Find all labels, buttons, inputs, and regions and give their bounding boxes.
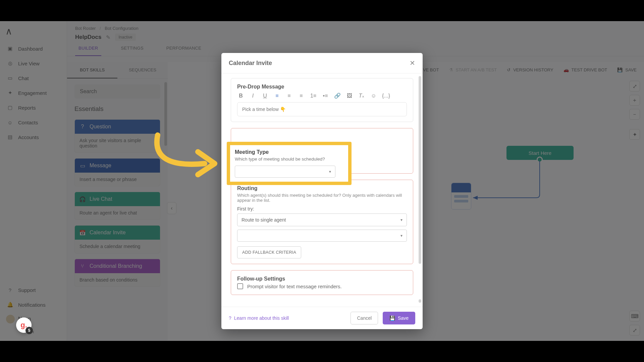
reminder-label: Prompt visitor for text message reminder… <box>247 284 342 289</box>
learn-more-link[interactable]: ?Learn more about this skill <box>229 315 289 321</box>
clear-icon[interactable]: Tₓ <box>358 93 365 99</box>
predrop-title: Pre-Drop Message <box>237 84 407 90</box>
variable-icon[interactable]: {...} <box>382 93 389 99</box>
chevron-down-icon: ▾ <box>329 169 331 174</box>
agent-select[interactable]: ▾ <box>237 230 407 242</box>
save-label: Save <box>398 315 409 321</box>
underline-icon[interactable]: U <box>261 93 269 99</box>
routing-sub: Which agent(s) should this meeting be sc… <box>237 193 407 203</box>
route-select[interactable]: Route to single agent▾ <box>237 214 407 226</box>
followup-title: Follow-up Settings <box>237 276 407 282</box>
chevron-down-icon: ▾ <box>400 218 402 222</box>
reminder-checkbox[interactable] <box>237 283 243 289</box>
routing-card: Routing Which agent(s) should this meeti… <box>231 180 413 264</box>
emoji-icon[interactable]: ☺ <box>370 93 377 99</box>
first-try-label: First try: <box>237 206 407 212</box>
modal-title: Calendar Invite <box>229 60 272 67</box>
chevron-down-icon: ▾ <box>400 233 402 238</box>
bold-icon[interactable]: B <box>237 93 245 99</box>
italic-icon[interactable]: I <box>249 93 257 99</box>
align-right-icon[interactable]: ≡ <box>298 93 305 99</box>
ul-icon[interactable]: •≡ <box>322 93 329 99</box>
routing-title: Routing <box>237 185 407 191</box>
link-icon[interactable]: 🔗 <box>334 93 341 99</box>
align-left-icon[interactable]: ≡ <box>273 93 281 99</box>
add-fallback-button[interactable]: ADD FALLBACK CRITERIA <box>237 246 301 258</box>
route-value: Route to single agent <box>241 217 286 223</box>
help-icon: ? <box>229 315 231 321</box>
guide-widget[interactable]: g. 5 <box>16 317 32 333</box>
meeting-type-sub: Which type of meeting should be schedule… <box>235 157 343 162</box>
guide-count: 5 <box>25 327 33 334</box>
cancel-button[interactable]: Cancel <box>351 312 378 324</box>
learn-label: Learn more about this skill <box>234 315 289 321</box>
meeting-type-highlight: Meeting Type Which type of meeting shoul… <box>227 142 352 185</box>
predrop-card: Pre-Drop Message B I U ≡ ≡ ≡ 1≡ •≡ 🔗 🖼 T… <box>231 78 413 122</box>
meeting-type-title: Meeting Type <box>235 149 343 155</box>
close-button[interactable]: ✕ <box>410 59 415 67</box>
editor-toolbar: B I U ≡ ≡ ≡ 1≡ •≡ 🔗 🖼 Tₓ ☺ {...} <box>237 93 407 99</box>
calendar-invite-modal: Calendar Invite ✕ Pre-Drop Message B I U… <box>221 53 423 329</box>
save-icon: 💾 <box>389 315 395 321</box>
predrop-editor[interactable]: Pick a time below 👇 <box>237 102 407 116</box>
image-icon[interactable]: 🖼 <box>346 93 353 99</box>
align-center-icon[interactable]: ≡ <box>285 93 293 99</box>
followup-card: Follow-up Settings Prompt visitor for te… <box>231 270 413 295</box>
modal-scrollbar[interactable] <box>419 76 421 264</box>
meeting-type-select[interactable]: ▾ <box>235 166 335 178</box>
save-button[interactable]: 💾Save <box>383 312 415 324</box>
ol-icon[interactable]: 1≡ <box>310 93 317 99</box>
modal-scrollbar-end[interactable] <box>419 299 421 303</box>
